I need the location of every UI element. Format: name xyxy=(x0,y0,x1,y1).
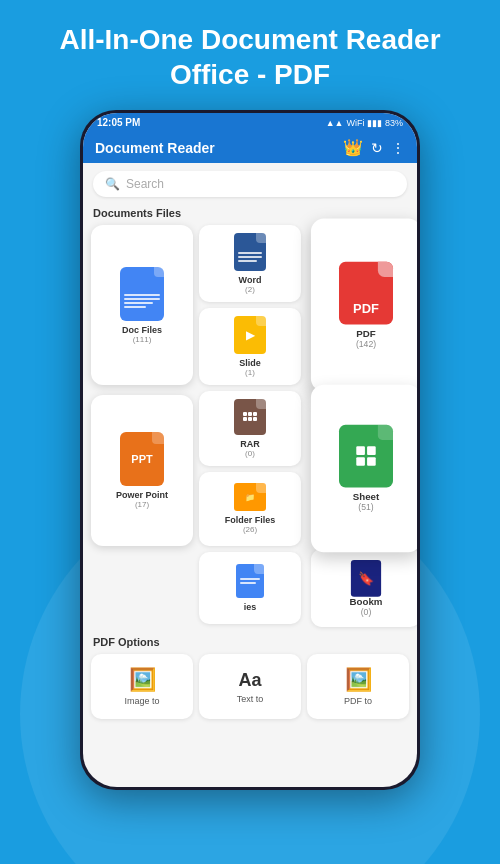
pdf-options-section-title: PDF Options xyxy=(91,630,409,654)
slide-card[interactable]: ▶ Slide (1) xyxy=(199,308,301,385)
bookmarks-card[interactable]: 🔖 Bookm (0) xyxy=(311,549,417,627)
image-to-icon: 🖼️ xyxy=(129,667,156,693)
scroll-content[interactable]: Documents Files Doc Files (111) xyxy=(83,201,417,787)
refresh-icon[interactable]: ↻ xyxy=(371,140,383,156)
bookmarks-name: Bookm xyxy=(350,596,383,607)
text-to-label: Text to xyxy=(237,694,264,704)
text-to-icon: Aa xyxy=(238,670,261,691)
crown-icon[interactable]: 👑 xyxy=(343,138,363,157)
image-to-card[interactable]: 🖼️ Image to xyxy=(91,654,193,719)
pdf-name: PDF xyxy=(356,328,375,339)
more-icon[interactable]: ⋮ xyxy=(391,140,405,156)
rar-name: RAR xyxy=(240,439,260,449)
pdf-to-label: PDF to xyxy=(344,696,372,706)
ppt-card[interactable]: PPT Power Point (17) xyxy=(91,395,193,546)
bookmarks-count: (0) xyxy=(361,607,372,617)
pdf-options-grid: 🖼️ Image to Aa Text to 🖼️ PDF to xyxy=(91,654,409,719)
folder-files-card[interactable]: 📁 Folder Files (26) xyxy=(199,472,301,547)
pdf-to-icon: 🖼️ xyxy=(345,667,372,693)
search-placeholder: Search xyxy=(126,177,164,191)
app-title: Document Reader xyxy=(95,140,215,156)
slide-count: (1) xyxy=(245,368,255,377)
doc-files-card[interactable]: Doc Files (111) xyxy=(91,225,193,385)
pdf-card[interactable]: PDF PDF (142) xyxy=(311,219,417,392)
sheet-large-name: Sheet xyxy=(353,492,379,503)
image-to-label: Image to xyxy=(124,696,159,706)
word-name: Word xyxy=(239,275,262,285)
search-icon: 🔍 xyxy=(105,177,120,191)
ppt-name: Power Point xyxy=(116,490,168,500)
app-bar: Document Reader 👑 ↻ ⋮ xyxy=(83,132,417,163)
ies-card[interactable]: ies xyxy=(199,552,301,624)
status-bar: 12:05 PM ▲▲ WiFi ▮▮▮ 83% xyxy=(83,113,417,132)
sheet-large-card[interactable]: Sheet (51) xyxy=(311,385,417,552)
rar-count: (0) xyxy=(245,449,255,458)
pdf-to-card[interactable]: 🖼️ PDF to xyxy=(307,654,409,719)
ies-name: ies xyxy=(244,602,257,612)
slide-name: Slide xyxy=(239,358,261,368)
folder-name: Folder Files xyxy=(225,515,276,525)
ppt-count: (17) xyxy=(135,500,149,509)
phone-mockup: 12:05 PM ▲▲ WiFi ▮▮▮ 83% Document Reader… xyxy=(80,110,420,790)
search-bar[interactable]: 🔍 Search xyxy=(93,171,407,197)
word-count: (2) xyxy=(245,285,255,294)
page-title: All-In-One Document Reader Office - PDF xyxy=(0,0,500,110)
sheet-large-count: (51) xyxy=(358,503,373,513)
status-time: 12:05 PM xyxy=(97,117,140,128)
rar-card[interactable]: RAR (0) xyxy=(199,391,301,466)
pdf-count: (142) xyxy=(356,339,376,349)
app-bar-icons: 👑 ↻ ⋮ xyxy=(343,138,405,157)
word-card[interactable]: Word (2) xyxy=(199,225,301,302)
doc-files-name: Doc Files xyxy=(122,325,162,335)
text-to-card[interactable]: Aa Text to xyxy=(199,654,301,719)
status-icons: ▲▲ WiFi ▮▮▮ 83% xyxy=(326,118,403,128)
folder-count: (26) xyxy=(243,525,257,534)
doc-files-count: (111) xyxy=(133,335,152,344)
